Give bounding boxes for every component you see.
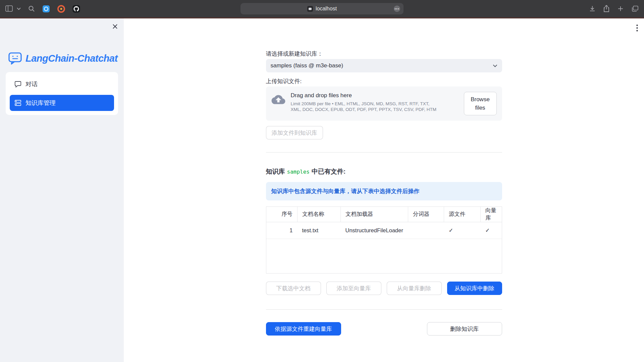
github-icon[interactable] [72,5,80,13]
info-alert-text: 知识库中包含源文件与向量库，请从下表中选择文件后操作 [271,188,420,194]
knowledge-base-icon [14,100,21,106]
site-favicon [307,6,313,12]
app-logo: LangChain-Chatchat [8,52,124,65]
url-text: localhost [316,6,337,12]
cell-name: test.txt [298,222,341,239]
delete-from-vector-button[interactable]: 从向量库删除 [387,282,442,295]
kb-select-label: 请选择或新建知识库： [266,50,502,58]
add-files-button[interactable]: 添加文件到知识库 [266,126,323,139]
chat-bubble-icon [14,81,21,87]
divider [266,152,502,153]
sidebar-nav: 对话 知识库管理 [6,72,118,115]
col-header-loader: 文档加载器 [341,207,408,222]
tab-overview-icon[interactable] [631,5,639,12]
chevron-down-icon [493,64,497,67]
browse-files-button[interactable]: Browse files [464,92,497,115]
row-actions: 下载选中文档 添加至向量库 从向量库删除 从知识库中删除 [266,282,502,295]
extensions-icon[interactable]: ••• [394,6,400,12]
cell-loader: UnstructuredFileLoader [341,222,408,239]
orange-app-icon[interactable] [57,5,65,13]
main-menu-icon[interactable] [636,24,638,33]
cloud-upload-icon [271,94,285,105]
cell-source-check: ✓ [444,222,481,239]
sidebar-close-button[interactable] [112,23,118,30]
blue-app-icon[interactable] [42,5,50,13]
sidebar-toggle-icon[interactable] [5,5,13,12]
uploader-limit-text: Limit 200MB per file • EML, HTML, JSON, … [291,101,438,112]
uploader-drag-text: Drag and drop files here [291,92,438,99]
file-uploader-dropzone[interactable]: Drag and drop files here Limit 200MB per… [266,86,502,121]
col-header-splitter: 分词器 [408,207,444,222]
cell-vector-check: ✓ [481,222,502,239]
kb-actions: 依据源文件重建向量库 删除知识库 [266,322,502,336]
download-selected-button[interactable]: 下载选中文档 [266,282,321,295]
chevron-down-icon[interactable] [17,7,21,10]
kb-select[interactable]: samples (faiss @ m3e-base) [266,59,502,72]
main-area: 请选择或新建知识库： samples (faiss @ m3e-base) 上传… [124,18,644,362]
sidebar-item-label: 对话 [25,80,38,88]
kb-files-heading: 知识库 samples 中已有文件: [266,167,502,176]
new-tab-icon[interactable] [617,5,624,12]
sidebar: LangChain-Chatchat 对话 知识库管理 [0,18,124,362]
delete-kb-button[interactable]: 删除知识库 [427,322,502,336]
upload-label: 上传知识文件: [266,78,502,85]
rebuild-vector-store-button[interactable]: 依据源文件重建向量库 [266,322,341,336]
downloads-icon[interactable] [589,5,596,12]
col-header-name: 文档名称 [298,207,341,222]
col-header-index: 序号 [266,207,298,222]
search-icon[interactable] [28,5,35,12]
sidebar-item-chat[interactable]: 对话 [10,76,114,92]
kb-heading-suffix: 中已有文件: [312,167,345,176]
kb-heading-code: samples [287,169,310,175]
kb-select-value: samples (faiss @ m3e-base) [271,62,343,69]
table-row[interactable]: 1 test.txt UnstructuredFileLoader ✓ ✓ [266,222,502,239]
logo-chat-bubble-icon [8,52,22,65]
page-content: 请选择或新建知识库： samples (faiss @ m3e-base) 上传… [266,18,502,336]
uploader-texts: Drag and drop files here Limit 200MB per… [291,92,438,112]
add-to-vector-button[interactable]: 添加至向量库 [326,282,381,295]
col-header-vector: 向量库 [481,207,502,222]
info-alert: 知识库中包含源文件与向量库，请从下表中选择文件后操作 [266,182,502,200]
sidebar-item-kb-management[interactable]: 知识库管理 [10,95,114,111]
delete-from-kb-button[interactable]: 从知识库中删除 [447,282,502,295]
kb-heading-prefix: 知识库 [266,167,285,176]
sidebar-item-label: 知识库管理 [25,99,56,107]
table-header-row: 序号 文档名称 文档加载器 分词器 源文件 向量库 [266,207,502,222]
address-bar[interactable]: localhost ••• [240,3,404,14]
logo-text: LangChain-Chatchat [25,53,118,64]
cell-index: 1 [266,222,298,239]
files-table[interactable]: 序号 文档名称 文档加载器 分词器 源文件 向量库 1 test.txt Uns [266,206,502,274]
col-header-source: 源文件 [444,207,481,222]
cell-splitter [408,222,444,239]
browser-toolbar: localhost ••• [0,0,644,17]
divider [266,309,502,310]
share-icon[interactable] [603,5,610,12]
